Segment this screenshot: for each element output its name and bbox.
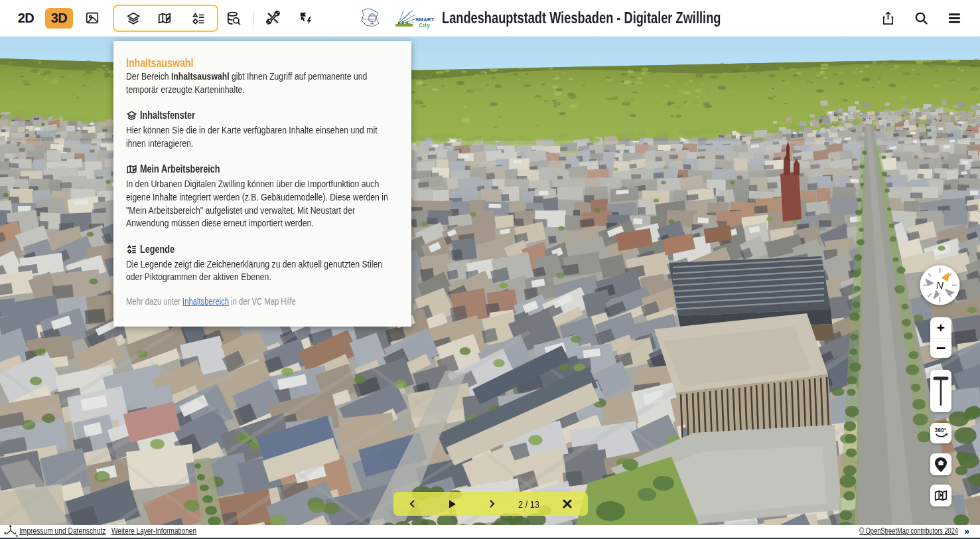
svg-text:City: City — [419, 22, 430, 29]
svg-text:N: N — [936, 279, 944, 291]
svg-text:x: x — [16, 534, 18, 537]
svg-text:z: z — [9, 525, 11, 527]
svg-text:360°: 360° — [935, 427, 947, 433]
svg-text:y: y — [4, 530, 6, 534]
svg-text:Wiesbaden: Wiesbaden — [362, 17, 376, 21]
